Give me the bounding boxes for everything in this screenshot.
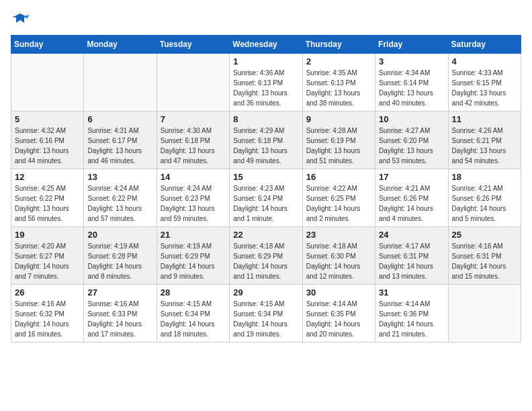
day-number: 8: [233, 114, 298, 124]
weekday-header-monday: Monday: [84, 36, 157, 54]
weekday-header-sunday: Sunday: [11, 36, 84, 54]
day-info: Sunrise: 4:35 AMSunset: 6:13 PMDaylight:…: [306, 68, 371, 108]
day-number: 22: [233, 230, 298, 240]
day-number: 25: [452, 230, 517, 240]
day-info: Sunrise: 4:25 AMSunset: 6:22 PMDaylight:…: [15, 183, 80, 224]
calendar-day-cell: [157, 54, 229, 111]
weekday-header-friday: Friday: [375, 36, 448, 54]
day-number: 17: [379, 172, 444, 182]
day-number: 29: [233, 287, 298, 298]
day-number: 10: [379, 114, 444, 124]
day-info: Sunrise: 4:29 AMSunset: 6:18 PMDaylight:…: [233, 126, 298, 166]
calendar-day-cell: 19Sunrise: 4:20 AMSunset: 6:27 PMDayligh…: [11, 227, 84, 285]
calendar-week-row: 19Sunrise: 4:20 AMSunset: 6:27 PMDayligh…: [11, 227, 521, 285]
day-info: Sunrise: 4:32 AMSunset: 6:16 PMDaylight:…: [15, 126, 80, 166]
day-info: Sunrise: 4:16 AMSunset: 6:31 PMDaylight:…: [452, 241, 517, 281]
day-info: Sunrise: 4:36 AMSunset: 6:13 PMDaylight:…: [233, 68, 298, 108]
day-info: Sunrise: 4:30 AMSunset: 6:18 PMDaylight:…: [161, 126, 226, 166]
weekday-header-saturday: Saturday: [448, 36, 521, 54]
day-number: 14: [161, 172, 226, 182]
day-info: Sunrise: 4:18 AMSunset: 6:30 PMDaylight:…: [306, 241, 371, 281]
day-info: Sunrise: 4:23 AMSunset: 6:24 PMDaylight:…: [233, 183, 298, 224]
calendar-day-cell: 18Sunrise: 4:21 AMSunset: 6:26 PMDayligh…: [448, 169, 521, 227]
calendar-day-cell: 27Sunrise: 4:16 AMSunset: 6:33 PMDayligh…: [84, 285, 157, 342]
calendar-week-row: 1Sunrise: 4:36 AMSunset: 6:13 PMDaylight…: [11, 54, 521, 111]
day-number: 28: [161, 287, 226, 298]
calendar-day-cell: 29Sunrise: 4:15 AMSunset: 6:34 PMDayligh…: [230, 285, 302, 342]
day-info: Sunrise: 4:24 AMSunset: 6:23 PMDaylight:…: [161, 183, 226, 224]
day-number: 9: [306, 114, 371, 124]
svg-marker-1: [24, 15, 30, 19]
calendar-day-cell: 3Sunrise: 4:34 AMSunset: 6:14 PMDaylight…: [375, 54, 448, 111]
day-info: Sunrise: 4:14 AMSunset: 6:35 PMDaylight:…: [306, 299, 371, 339]
calendar-day-cell: 20Sunrise: 4:19 AMSunset: 6:28 PMDayligh…: [84, 227, 157, 285]
calendar-day-cell: 23Sunrise: 4:18 AMSunset: 6:30 PMDayligh…: [302, 227, 375, 285]
day-info: Sunrise: 4:19 AMSunset: 6:28 PMDaylight:…: [87, 241, 152, 281]
calendar-day-cell: 28Sunrise: 4:15 AMSunset: 6:34 PMDayligh…: [157, 285, 229, 342]
day-info: Sunrise: 4:33 AMSunset: 6:15 PMDaylight:…: [452, 68, 517, 108]
day-number: 12: [15, 172, 80, 182]
day-number: 21: [161, 230, 226, 240]
calendar-day-cell: 5Sunrise: 4:32 AMSunset: 6:16 PMDaylight…: [11, 111, 84, 169]
calendar-day-cell: 16Sunrise: 4:22 AMSunset: 6:25 PMDayligh…: [302, 169, 375, 227]
calendar-day-cell: 1Sunrise: 4:36 AMSunset: 6:13 PMDaylight…: [230, 54, 302, 111]
calendar-day-cell: 10Sunrise: 4:27 AMSunset: 6:20 PMDayligh…: [375, 111, 448, 169]
day-info: Sunrise: 4:20 AMSunset: 6:27 PMDaylight:…: [15, 241, 80, 281]
day-info: Sunrise: 4:21 AMSunset: 6:26 PMDaylight:…: [379, 183, 444, 224]
calendar-day-cell: [84, 54, 157, 111]
day-info: Sunrise: 4:24 AMSunset: 6:22 PMDaylight:…: [87, 183, 152, 224]
day-number: 20: [87, 230, 152, 240]
day-number: 7: [161, 114, 226, 124]
weekday-header-tuesday: Tuesday: [157, 36, 229, 54]
calendar-day-cell: 24Sunrise: 4:17 AMSunset: 6:31 PMDayligh…: [375, 227, 448, 285]
day-info: Sunrise: 4:31 AMSunset: 6:17 PMDaylight:…: [87, 126, 152, 166]
calendar-day-cell: 25Sunrise: 4:16 AMSunset: 6:31 PMDayligh…: [448, 227, 521, 285]
calendar-day-cell: 9Sunrise: 4:28 AMSunset: 6:19 PMDaylight…: [302, 111, 375, 169]
day-info: Sunrise: 4:14 AMSunset: 6:36 PMDaylight:…: [379, 299, 444, 339]
calendar-day-cell: 14Sunrise: 4:24 AMSunset: 6:23 PMDayligh…: [157, 169, 229, 227]
calendar-day-cell: 12Sunrise: 4:25 AMSunset: 6:22 PMDayligh…: [11, 169, 84, 227]
day-number: 1: [233, 56, 298, 66]
day-number: 26: [15, 287, 80, 298]
day-number: 18: [452, 172, 517, 182]
calendar-day-cell: [11, 54, 84, 111]
day-number: 27: [87, 287, 152, 298]
day-number: 6: [87, 114, 152, 124]
day-info: Sunrise: 4:26 AMSunset: 6:21 PMDaylight:…: [452, 126, 517, 166]
day-info: Sunrise: 4:34 AMSunset: 6:14 PMDaylight:…: [379, 68, 444, 108]
calendar-day-cell: [448, 285, 521, 342]
calendar-day-cell: 17Sunrise: 4:21 AMSunset: 6:26 PMDayligh…: [375, 169, 448, 227]
calendar-day-cell: 31Sunrise: 4:14 AMSunset: 6:36 PMDayligh…: [375, 285, 448, 342]
calendar-day-cell: 11Sunrise: 4:26 AMSunset: 6:21 PMDayligh…: [448, 111, 521, 169]
weekday-header-thursday: Thursday: [302, 36, 375, 54]
day-number: 3: [379, 56, 444, 66]
calendar-week-row: 26Sunrise: 4:16 AMSunset: 6:32 PMDayligh…: [11, 285, 521, 342]
day-number: 23: [306, 230, 371, 240]
logo-bird-icon: [11, 11, 30, 30]
day-info: Sunrise: 4:15 AMSunset: 6:34 PMDaylight:…: [161, 299, 226, 339]
day-info: Sunrise: 4:17 AMSunset: 6:31 PMDaylight:…: [379, 241, 444, 281]
calendar-table: SundayMondayTuesdayWednesdayThursdayFrid…: [11, 35, 521, 342]
day-number: 31: [379, 287, 444, 298]
day-info: Sunrise: 4:16 AMSunset: 6:33 PMDaylight:…: [87, 299, 152, 339]
day-info: Sunrise: 4:16 AMSunset: 6:32 PMDaylight:…: [15, 299, 80, 339]
calendar-day-cell: 13Sunrise: 4:24 AMSunset: 6:22 PMDayligh…: [84, 169, 157, 227]
calendar-day-cell: 2Sunrise: 4:35 AMSunset: 6:13 PMDaylight…: [302, 54, 375, 111]
calendar-day-cell: 6Sunrise: 4:31 AMSunset: 6:17 PMDaylight…: [84, 111, 157, 169]
day-info: Sunrise: 4:27 AMSunset: 6:20 PMDaylight:…: [379, 126, 444, 166]
day-info: Sunrise: 4:28 AMSunset: 6:19 PMDaylight:…: [306, 126, 371, 166]
day-info: Sunrise: 4:21 AMSunset: 6:26 PMDaylight:…: [452, 183, 517, 224]
calendar-day-cell: 8Sunrise: 4:29 AMSunset: 6:18 PMDaylight…: [230, 111, 302, 169]
day-number: 11: [452, 114, 517, 124]
day-number: 4: [452, 56, 517, 66]
day-number: 15: [233, 172, 298, 182]
calendar-day-cell: 22Sunrise: 4:18 AMSunset: 6:29 PMDayligh…: [230, 227, 302, 285]
day-info: Sunrise: 4:19 AMSunset: 6:29 PMDaylight:…: [161, 241, 226, 281]
calendar-day-cell: 7Sunrise: 4:30 AMSunset: 6:18 PMDaylight…: [157, 111, 229, 169]
page-header: [11, 11, 521, 30]
logo: [11, 11, 32, 30]
day-info: Sunrise: 4:22 AMSunset: 6:25 PMDaylight:…: [306, 183, 371, 224]
calendar-day-cell: 4Sunrise: 4:33 AMSunset: 6:15 PMDaylight…: [448, 54, 521, 111]
calendar-week-row: 12Sunrise: 4:25 AMSunset: 6:22 PMDayligh…: [11, 169, 521, 227]
day-number: 2: [306, 56, 371, 66]
